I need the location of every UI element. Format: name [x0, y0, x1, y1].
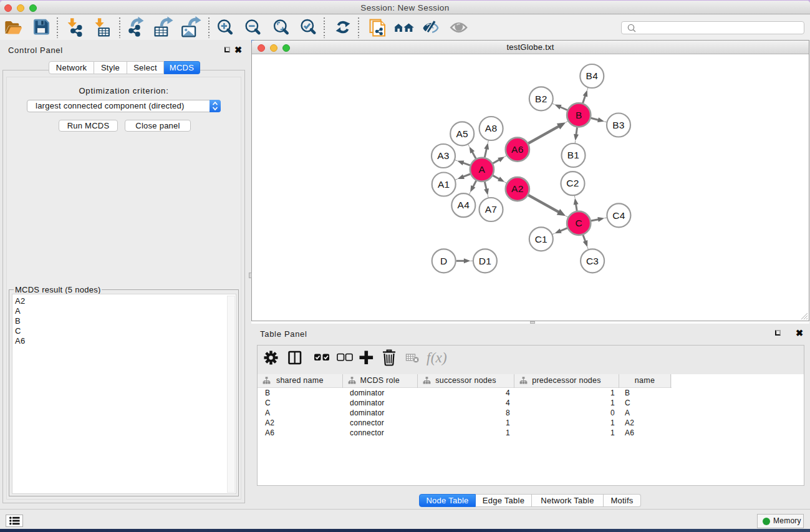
svg-text:A5: A5: [456, 128, 468, 139]
svg-text:C: C: [575, 218, 582, 228]
svg-text:A3: A3: [437, 150, 449, 161]
svg-text:D: D: [440, 256, 447, 266]
svg-text:A4: A4: [458, 200, 470, 210]
svg-text:B4: B4: [586, 70, 599, 81]
svg-text:B2: B2: [535, 94, 547, 104]
svg-text:A7: A7: [485, 204, 497, 215]
svg-text:A6: A6: [511, 144, 523, 155]
svg-text:f(x): f(x): [427, 350, 447, 365]
svg-text:C4: C4: [612, 210, 625, 221]
svg-text:B: B: [576, 110, 582, 120]
svg-text:A1: A1: [438, 179, 450, 190]
svg-text:B3: B3: [612, 120, 624, 130]
svg-text:C2: C2: [566, 178, 579, 188]
svg-text:C1: C1: [535, 234, 547, 244]
svg-text:A: A: [479, 164, 486, 175]
svg-text:D1: D1: [479, 256, 491, 266]
svg-text:C3: C3: [586, 256, 599, 266]
svg-text:A2: A2: [511, 183, 523, 194]
svg-text:A8: A8: [485, 123, 497, 133]
svg-text:B1: B1: [567, 150, 579, 160]
